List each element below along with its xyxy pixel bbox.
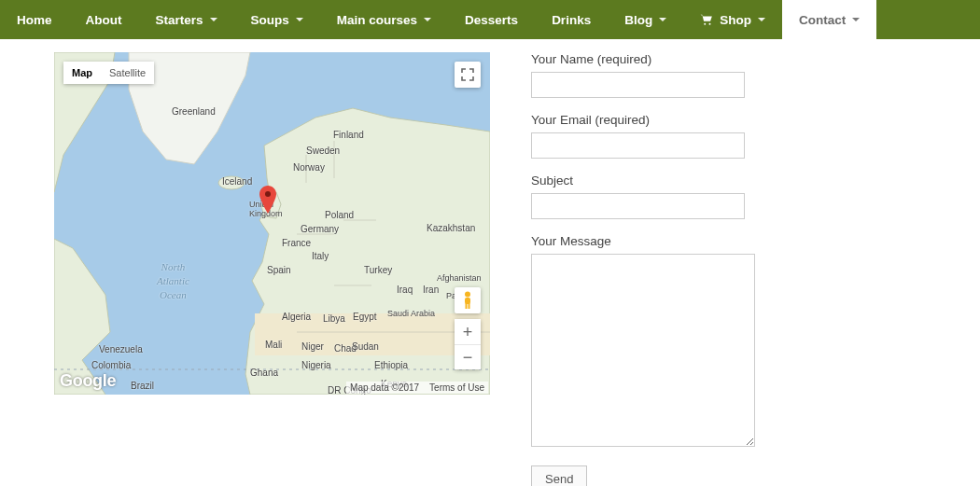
map-marker-icon[interactable] [259, 186, 276, 214]
label-mali: Mali [265, 340, 282, 350]
label-niger: Niger [301, 341, 324, 352]
label-greenland: Greenland [172, 106, 216, 117]
label-poland: Poland [325, 210, 354, 220]
zoom-in-button[interactable]: + [455, 319, 481, 344]
label-libya: Libya [323, 313, 345, 324]
main-nav: Home About Starters Soups Main courses D… [0, 0, 980, 39]
nav-label: About [86, 13, 122, 27]
svg-point-0 [704, 23, 706, 25]
label-iran: Iran [423, 285, 439, 295]
nav-label: Main courses [337, 13, 417, 27]
nav-label: Contact [799, 13, 846, 27]
email-label: Your Email (required) [531, 113, 755, 127]
label-afghanistan: Afghanistan [437, 273, 482, 283]
label-iraq: Iraq [397, 285, 413, 295]
svg-point-12 [265, 191, 271, 197]
label-colombia: Colombia [91, 360, 131, 370]
send-button[interactable]: Send [531, 465, 587, 486]
label-ocean: NorthAtlanticOcean [157, 260, 189, 302]
streetview-pegman-button[interactable] [455, 287, 481, 313]
page-content: Greenland Iceland Norway Sweden Finland … [0, 39, 980, 486]
label-italy: Italy [312, 251, 329, 261]
map-data-text: Map data ©2017 [350, 382, 419, 393]
nav-starters[interactable]: Starters [139, 0, 234, 39]
label-kazakhstan: Kazakhstan [427, 223, 475, 233]
nav-label: Soups [251, 13, 289, 27]
name-label: Your Name (required) [531, 52, 755, 66]
google-logo: Google [60, 371, 116, 391]
chevron-down-icon [296, 18, 303, 21]
nav-label: Blog [624, 13, 652, 27]
label-brazil: Brazil [131, 381, 154, 391]
zoom-out-button[interactable]: − [455, 344, 481, 369]
label-iceland: Iceland [222, 176, 252, 187]
nav-desserts[interactable]: Desserts [448, 0, 535, 39]
map-labels: Greenland Iceland Norway Sweden Finland … [54, 52, 490, 395]
nav-label: Starters [156, 13, 203, 27]
svg-rect-14 [465, 298, 470, 304]
nav-soups[interactable]: Soups [234, 0, 320, 39]
label-sudan: Sudan [352, 341, 379, 352]
label-nigeria: Nigeria [301, 360, 331, 370]
label-venezuela: Venezuela [99, 344, 143, 354]
svg-point-1 [709, 23, 711, 25]
chevron-down-icon [210, 18, 217, 21]
nav-label: Home [17, 13, 52, 27]
label-finland: Finland [333, 130, 364, 140]
chevron-down-icon [852, 18, 860, 21]
nav-label: Shop [720, 13, 751, 27]
label-saudi: Saudi Arabia [387, 309, 435, 318]
nav-home[interactable]: Home [0, 0, 69, 39]
fullscreen-button[interactable] [455, 62, 481, 88]
label-france: France [282, 238, 311, 248]
label-sweden: Sweden [306, 146, 340, 156]
svg-rect-15 [466, 303, 468, 309]
chevron-down-icon [659, 18, 666, 21]
nav-blog[interactable]: Blog [608, 0, 683, 39]
label-norway: Norway [293, 162, 325, 173]
subject-input[interactable] [531, 193, 745, 219]
nav-contact[interactable]: Contact [782, 0, 876, 39]
label-egypt: Egypt [353, 312, 377, 322]
message-textarea[interactable] [531, 254, 755, 447]
label-germany: Germany [301, 224, 339, 234]
zoom-controls: + − [455, 319, 481, 369]
nav-shop[interactable]: Shop [683, 0, 782, 39]
name-input[interactable] [531, 72, 745, 98]
message-label: Your Message [531, 234, 755, 248]
nav-about[interactable]: About [69, 0, 139, 39]
nav-label: Desserts [465, 13, 518, 27]
label-turkey: Turkey [364, 265, 392, 275]
nav-label: Drinks [552, 13, 591, 27]
map-type-map-button[interactable]: Map [63, 62, 101, 84]
nav-drinks[interactable]: Drinks [535, 0, 608, 39]
pegman-icon [461, 291, 474, 310]
contact-form: Your Name (required) Your Email (require… [531, 52, 755, 486]
map-attribution: Map data ©2017 Terms of Use [346, 382, 488, 394]
subject-label: Subject [531, 174, 755, 187]
label-ethiopia: Ethiopia [374, 360, 408, 370]
label-algeria: Algeria [282, 312, 311, 322]
label-ghana: Ghana [250, 368, 278, 378]
svg-rect-16 [469, 303, 470, 309]
email-input[interactable] [531, 132, 745, 159]
svg-point-13 [465, 292, 470, 298]
map-type-satellite-button[interactable]: Satellite [101, 62, 154, 84]
nav-maincourses[interactable]: Main courses [320, 0, 448, 39]
map-type-toggle: Map Satellite [63, 62, 154, 84]
map[interactable]: Greenland Iceland Norway Sweden Finland … [54, 52, 490, 395]
chevron-down-icon [424, 18, 431, 21]
label-spain: Spain [267, 265, 291, 275]
fullscreen-icon [461, 68, 474, 81]
map-terms-link[interactable]: Terms of Use [429, 382, 484, 393]
chevron-down-icon [758, 18, 765, 21]
cart-icon [700, 14, 713, 25]
